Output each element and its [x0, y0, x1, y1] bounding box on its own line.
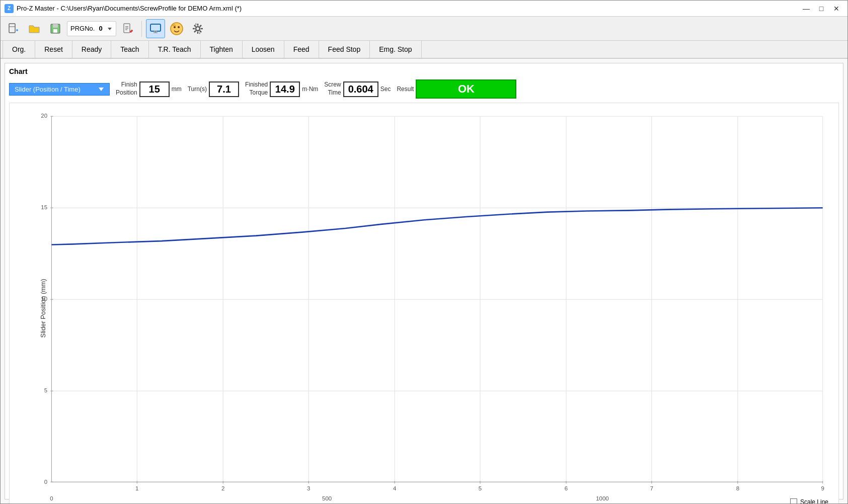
nav-tighten[interactable]: Tighten	[201, 41, 243, 58]
x-tick-7: 7	[650, 485, 653, 491]
x-major-500: 500	[322, 495, 332, 501]
app-icon: Z	[5, 4, 14, 13]
monitor-button[interactable]	[146, 19, 165, 38]
screw-time-label: ScrewTime	[324, 81, 341, 97]
svg-marker-21	[99, 88, 104, 91]
title-bar: Z Pro-Z Master - C:\Users\Ryan\Documents…	[1, 1, 847, 17]
prg-label: PRGNo.	[70, 25, 95, 32]
svg-rect-0	[9, 24, 15, 33]
nav-org[interactable]: Org.	[3, 41, 35, 58]
window-title: Pro-Z Master - C:\Users\Ryan\Documents\S…	[17, 5, 242, 12]
scale-line-container: Scale Line	[790, 498, 828, 503]
x-tick-8: 8	[736, 485, 739, 491]
finished-torque-value: 14.9	[270, 81, 300, 97]
svg-point-19	[178, 26, 180, 28]
svg-marker-7	[108, 28, 112, 30]
svg-rect-13	[151, 25, 160, 30]
x-tick-3: 3	[307, 485, 310, 491]
finished-torque-unit: m·Nm	[302, 86, 318, 93]
finished-torque-label: FinishedTorque	[245, 81, 268, 97]
result-group: Result OK	[397, 79, 516, 99]
save-button[interactable]	[46, 19, 65, 38]
nav-tr-teach[interactable]: T.R. Teach	[149, 41, 201, 58]
nav-feed-stop[interactable]: Feed Stop	[319, 41, 370, 58]
screw-time-unit: Sec	[380, 86, 391, 93]
x-tick-5: 5	[479, 485, 482, 491]
svg-rect-6	[53, 29, 57, 33]
chart-area: Slider Position (mm) Time (ms) Scale Lin…	[9, 103, 839, 503]
x-tick-1: 1	[135, 485, 138, 491]
chart-section: Chart Slider (Position / Time) FinishPos…	[5, 63, 843, 499]
x-tick-4: 4	[393, 485, 397, 491]
data-curve	[51, 208, 822, 244]
svg-point-18	[174, 26, 176, 28]
y-axis-label: Slider Position (mm)	[39, 279, 47, 338]
chart-type-dropdown[interactable]: Slider (Position / Time)	[9, 83, 110, 96]
result-value: OK	[416, 79, 516, 99]
scale-line-checkbox[interactable]	[790, 498, 797, 503]
y-tick-20: 20	[41, 113, 47, 119]
finish-position-label: FinishPosition	[116, 81, 137, 97]
prg-value: 0	[99, 25, 102, 32]
chart-controls: Slider (Position / Time) FinishPosition …	[9, 79, 839, 99]
edit-button[interactable]	[118, 19, 137, 38]
finish-position-value: 15	[139, 81, 170, 97]
y-tick-15: 15	[41, 204, 47, 210]
x-major-0: 0	[50, 495, 53, 501]
minimize-button[interactable]: —	[799, 4, 813, 14]
nav-ready[interactable]: Ready	[72, 41, 111, 58]
title-controls: — □ ✕	[799, 4, 843, 14]
open-file-button[interactable]	[25, 19, 44, 38]
x-tick-2: 2	[221, 485, 224, 491]
result-label: Result	[397, 86, 414, 93]
chart-title: Chart	[9, 67, 839, 75]
nav-loosen[interactable]: Loosen	[243, 41, 284, 58]
finish-position-unit: mm	[172, 86, 182, 93]
nav-reset[interactable]: Reset	[35, 41, 72, 58]
y-tick-0: 0	[44, 479, 47, 485]
nav-feed[interactable]: Feed	[284, 41, 319, 58]
face-button[interactable]	[167, 19, 186, 38]
turns-value: 7.1	[209, 81, 239, 97]
nav-teach[interactable]: Teach	[111, 41, 148, 58]
settings-button[interactable]	[188, 19, 207, 38]
title-bar-left: Z Pro-Z Master - C:\Users\Ryan\Documents…	[5, 4, 242, 13]
finish-position-group: FinishPosition 15 mm	[116, 81, 182, 97]
main-window: Z Pro-Z Master - C:\Users\Ryan\Documents…	[0, 0, 848, 504]
toolbar: PRGNo. 0	[1, 17, 847, 41]
close-button[interactable]: ✕	[829, 4, 843, 14]
chart-type-label: Slider (Position / Time)	[15, 86, 81, 93]
new-file-button[interactable]	[4, 19, 23, 38]
finished-torque-group: FinishedTorque 14.9 m·Nm	[245, 81, 318, 97]
svg-point-20	[196, 27, 200, 31]
turns-group: Turn(s) 7.1	[188, 81, 239, 97]
svg-rect-5	[53, 24, 58, 28]
svg-point-17	[171, 23, 183, 35]
screw-time-value: 0.604	[343, 81, 378, 97]
prg-selector[interactable]: PRGNo. 0	[67, 21, 116, 36]
x-axis-label: Time (ms)	[409, 502, 438, 503]
x-tick-6: 6	[565, 485, 568, 491]
maximize-button[interactable]: □	[814, 4, 828, 14]
x-major-1000: 1000	[596, 495, 608, 501]
toolbar-separator-1	[141, 21, 142, 37]
scale-line-label: Scale Line	[800, 498, 828, 503]
screw-time-group: ScrewTime 0.604 Sec	[324, 81, 391, 97]
turns-label: Turn(s)	[188, 86, 207, 93]
nav-emg-stop[interactable]: Emg. Stop	[370, 41, 421, 58]
y-tick-5: 5	[44, 387, 47, 393]
nav-bar: Org. Reset Ready Teach T.R. Teach Tighte…	[1, 41, 847, 59]
chart-svg: 0 5 10 15 20 1 2 3 4	[10, 103, 838, 503]
x-tick-9: 9	[821, 485, 824, 491]
content-area: Chart Slider (Position / Time) FinishPos…	[1, 59, 847, 503]
